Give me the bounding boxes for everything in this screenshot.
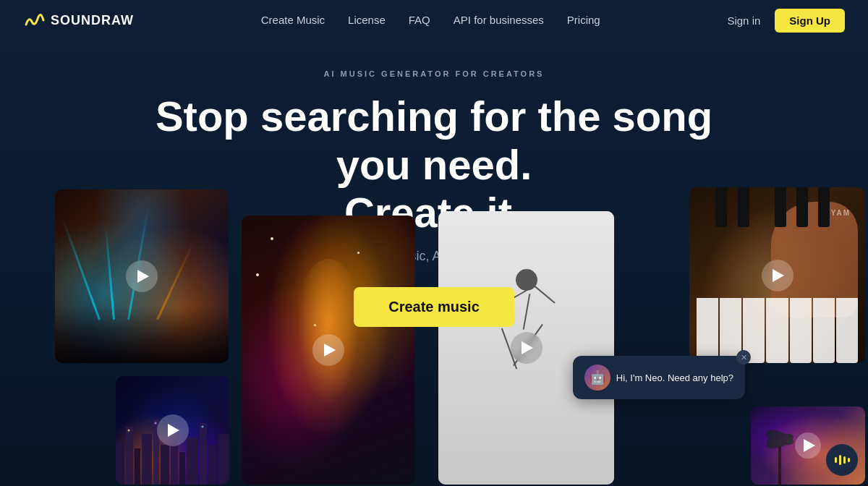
neo-chat-widget: 🤖 Hi, I'm Neo. Need any help? ✕ — [573, 356, 745, 399]
sign-up-button[interactable]: Sign Up — [775, 9, 845, 33]
nav-links: Create Music License FAQ API for busines… — [261, 14, 600, 27]
create-music-button[interactable]: Create music — [354, 287, 514, 327]
dancer-play-button[interactable] — [511, 332, 542, 364]
nav-right: Sign in Sign Up — [727, 9, 845, 33]
sparkle — [271, 237, 273, 240]
neo-avatar: 🤖 — [584, 364, 610, 391]
wave-bar — [848, 458, 850, 462]
piano-black-key — [738, 187, 749, 227]
logo-link[interactable]: SOUNDRAW — [23, 9, 134, 32]
hero-section: AI MUSIC GENERATOR FOR CREATORS Stop sea… — [0, 40, 868, 486]
neo-chat-message: Hi, I'm Neo. Need any help? — [616, 372, 733, 383]
floating-music-button[interactable] — [826, 444, 858, 476]
piano-play-button[interactable] — [762, 260, 793, 291]
concert-play-button[interactable] — [126, 260, 158, 292]
palm-svg — [758, 419, 801, 485]
svg-rect-7 — [179, 452, 185, 485]
svg-rect-0 — [116, 441, 124, 485]
svg-rect-9 — [200, 423, 207, 485]
nav-pricing[interactable]: Pricing — [567, 14, 600, 26]
svg-rect-2 — [135, 448, 140, 485]
logo-icon — [23, 9, 46, 32]
piano-white-key — [790, 298, 812, 363]
piano-card[interactable]: YAM — [689, 187, 865, 363]
sign-in-link[interactable]: Sign in — [727, 14, 760, 27]
svg-rect-3 — [142, 434, 152, 485]
logo-text: SOUNDRAW — [51, 13, 134, 28]
dancer-figure — [516, 269, 537, 330]
svg-point-13 — [155, 422, 157, 425]
neo-close-button[interactable]: ✕ — [736, 350, 751, 364]
piano-keys — [689, 298, 865, 363]
piano-black-key — [775, 187, 786, 227]
sparkle — [357, 252, 359, 254]
piano-white-key — [836, 298, 858, 363]
hero-subtitle: AI MUSIC GENERATOR FOR CREATORS — [324, 69, 545, 78]
nav-faq[interactable]: FAQ — [409, 14, 430, 26]
svg-rect-1 — [126, 427, 133, 485]
disco-card[interactable] — [242, 216, 415, 485]
svg-rect-8 — [187, 438, 198, 485]
piano-white-key — [697, 298, 718, 363]
nav-create-music[interactable]: Create Music — [261, 14, 325, 26]
city-card[interactable] — [116, 376, 229, 485]
sparkle — [256, 273, 259, 276]
neo-card-play-button[interactable] — [795, 432, 821, 459]
nav-license[interactable]: License — [348, 14, 386, 26]
wave-bar — [839, 455, 841, 465]
navbar: SOUNDRAW Create Music License FAQ API fo… — [0, 0, 868, 40]
piano-black-key — [796, 187, 808, 227]
concert-card[interactable] — [55, 189, 229, 363]
hero-title-line1: Stop searching for the song you need. — [156, 93, 712, 188]
yamaha-text: YAM — [831, 209, 851, 217]
piano-white-key — [766, 298, 788, 363]
image-grid: YAM — [0, 182, 868, 486]
dancer-card[interactable] — [438, 211, 614, 485]
sound-wave-icon — [835, 455, 850, 465]
concert-crowd — [55, 305, 229, 363]
wave-bar — [835, 457, 837, 463]
piano-black-key — [818, 187, 830, 227]
svg-rect-10 — [208, 445, 217, 485]
piano-black-key — [715, 187, 727, 227]
disco-play-button[interactable] — [312, 334, 344, 366]
svg-point-12 — [128, 430, 130, 432]
svg-point-15 — [202, 426, 204, 428]
wave-bar — [843, 456, 846, 464]
city-play-button[interactable] — [157, 414, 189, 446]
svg-rect-5 — [161, 445, 169, 485]
piano-white-key — [813, 298, 835, 363]
svg-rect-11 — [218, 434, 229, 485]
nav-api[interactable]: API for businesses — [454, 14, 544, 26]
